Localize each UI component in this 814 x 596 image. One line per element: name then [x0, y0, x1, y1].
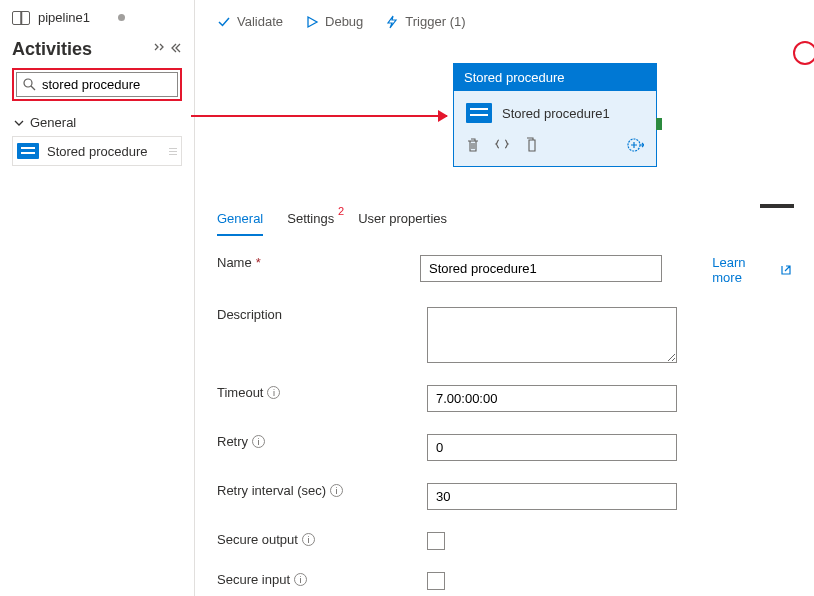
annotation-circle — [793, 41, 814, 65]
activity-item-stored-procedure[interactable]: Stored procedure — [12, 136, 182, 166]
pipeline-icon — [12, 11, 30, 25]
play-icon — [305, 15, 319, 29]
info-icon[interactable]: i — [294, 573, 307, 586]
group-general[interactable]: General — [12, 109, 182, 136]
main-area: Validate Debug Trigger (1) Stored proced… — [195, 0, 814, 596]
retry-interval-label: Retry interval (sec) — [217, 483, 326, 498]
external-link-icon — [780, 264, 792, 276]
workspace-header: pipeline1 — [12, 10, 182, 25]
stored-procedure-icon — [17, 143, 39, 159]
activity-item-label: Stored procedure — [47, 144, 147, 159]
svg-line-1 — [31, 86, 35, 90]
timeout-label: Timeout — [217, 385, 263, 400]
info-icon[interactable]: i — [302, 533, 315, 546]
settings-badge: 2 — [338, 205, 344, 217]
check-icon — [217, 15, 231, 29]
activities-sidebar: pipeline1 Activities General — [0, 0, 195, 596]
unsaved-indicator-icon — [118, 14, 125, 21]
collapse-panel-icon[interactable] — [170, 42, 182, 58]
pipeline-canvas[interactable]: Stored procedure Stored procedure1 — [195, 37, 814, 197]
success-output-port[interactable] — [656, 118, 662, 130]
info-icon[interactable]: i — [267, 386, 280, 399]
description-label: Description — [217, 307, 282, 322]
name-input[interactable] — [420, 255, 662, 282]
properties-tabs: General Settings 2 User properties — [195, 197, 814, 237]
copy-icon[interactable] — [524, 137, 538, 156]
annotation-arrow — [191, 115, 447, 117]
info-icon[interactable]: i — [330, 484, 343, 497]
activity-node-stored-procedure[interactable]: Stored procedure Stored procedure1 — [453, 63, 657, 167]
lightning-icon — [385, 15, 399, 29]
search-highlight — [12, 68, 182, 101]
name-label: Name — [217, 255, 252, 270]
panel-resize-handle[interactable] — [760, 204, 794, 208]
delete-icon[interactable] — [466, 137, 480, 156]
search-icon — [23, 78, 36, 91]
node-title: Stored procedure1 — [502, 106, 610, 121]
required-marker: * — [256, 255, 261, 270]
learn-more-link[interactable]: Learn more — [712, 255, 792, 285]
activity-search[interactable] — [16, 72, 178, 97]
validate-button[interactable]: Validate — [217, 14, 283, 29]
secure-output-label: Secure output — [217, 532, 298, 547]
code-icon[interactable] — [494, 138, 510, 155]
retry-input[interactable] — [427, 434, 677, 461]
drag-handle-icon — [169, 148, 177, 155]
activities-heading: Activities — [12, 39, 92, 60]
tab-general[interactable]: General — [217, 211, 263, 236]
chevron-down-icon — [14, 118, 24, 128]
toolbar: Validate Debug Trigger (1) — [195, 0, 814, 37]
retry-label: Retry — [217, 434, 248, 449]
node-header: Stored procedure — [454, 64, 656, 91]
group-label: General — [30, 115, 76, 130]
add-output-icon[interactable] — [626, 137, 644, 156]
search-input[interactable] — [42, 77, 171, 92]
workspace-title: pipeline1 — [38, 10, 90, 25]
tab-user-properties[interactable]: User properties — [358, 211, 447, 236]
info-icon[interactable]: i — [252, 435, 265, 448]
description-input[interactable] — [427, 307, 677, 363]
trigger-button[interactable]: Trigger (1) — [385, 14, 465, 29]
secure-input-label: Secure input — [217, 572, 290, 587]
tab-settings[interactable]: Settings 2 — [287, 211, 334, 236]
secure-input-checkbox[interactable] — [427, 572, 445, 590]
secure-output-checkbox[interactable] — [427, 532, 445, 550]
stored-procedure-icon — [466, 103, 492, 123]
general-form: Name * Learn more Description Timeout i … — [195, 237, 814, 596]
retry-interval-input[interactable] — [427, 483, 677, 510]
expand-all-icon[interactable] — [152, 42, 166, 58]
timeout-input[interactable] — [427, 385, 677, 412]
debug-button[interactable]: Debug — [305, 14, 363, 29]
svg-point-0 — [24, 79, 32, 87]
